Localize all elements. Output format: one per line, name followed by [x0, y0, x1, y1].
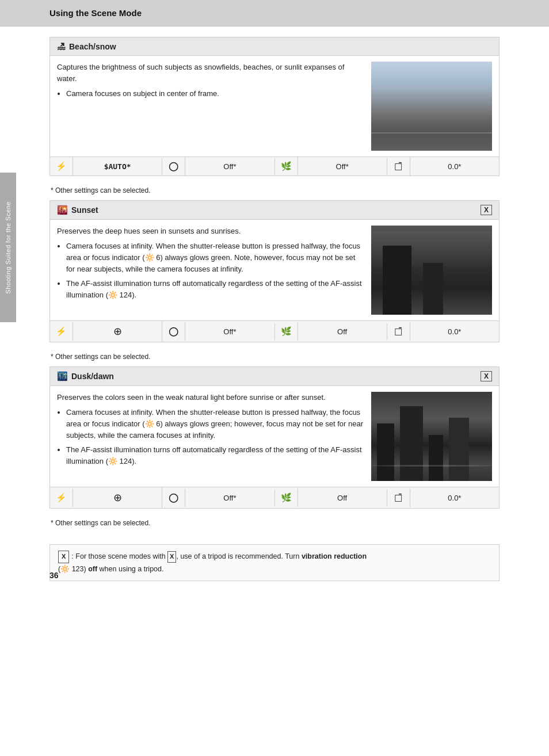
settings-bar-dusk: ⚡ ⊕ ◯ Off* 🌿 Off □̄ 0.0*: [50, 487, 499, 508]
timer-val-sunset: Off*: [185, 323, 274, 340]
section-dusk-dawn: 🌃 Dusk/dawn X Preserves the colors seen …: [49, 366, 500, 509]
page-header: Using the Scene Mode: [0, 0, 549, 26]
sunset-tripod-icon: X: [481, 205, 492, 215]
exposure-val-beach: 0.0*: [410, 158, 499, 175]
settings-bar-beach: ⚡ $AUTO* ◯ Off* 🌿 Off* □̄ 0.0*: [50, 156, 499, 175]
macro-icon-beach: 🌿: [275, 157, 298, 175]
scene-header-beach: 🏖 Beach/snow: [50, 37, 499, 56]
dusk-bullet-2: The AF-assist illumination turns off aut…: [66, 444, 364, 467]
dusk-image: [371, 392, 492, 481]
section-sunset: 🌇 Sunset X Preserves the deep hues seen …: [49, 200, 500, 342]
dusk-tripod-icon: X: [481, 371, 492, 381]
scene-text-beach: Captures the brightness of such subjects…: [57, 62, 364, 151]
page-title: Using the Scene Mode: [49, 8, 142, 18]
scene-body-dusk: Preserves the colors seen in the weak na…: [50, 386, 499, 487]
flash-icon-beach: ⚡: [50, 157, 73, 175]
sunset-note: * Other settings can be selected.: [49, 353, 500, 361]
beach-icon: 🏖: [57, 41, 66, 51]
dusk-icon: 🌃: [57, 371, 68, 381]
scene-body-sunset: Preserves the deep hues seen in sunsets …: [50, 220, 499, 320]
dusk-note: * Other settings can be selected.: [49, 519, 500, 527]
macro-icon-sunset: 🌿: [275, 322, 298, 341]
flash-icon-dusk: ⚡: [50, 488, 73, 507]
flash-icon-sunset: ⚡: [50, 322, 73, 341]
exposure-val-sunset: 0.0*: [410, 323, 499, 340]
dusk-bullet-1: Camera focuses at infinity. When the shu…: [66, 407, 364, 441]
sunset-description: Preserves the deep hues seen in sunsets …: [57, 226, 364, 237]
sunset-bullets: Camera focuses at infinity. When the shu…: [57, 240, 364, 301]
beach-title: Beach/snow: [69, 42, 116, 51]
footer-text-prefix: : For those scene modes with: [71, 552, 167, 560]
macro-val-dusk: Off: [298, 490, 387, 506]
exposure-val-dusk: 0.0*: [410, 490, 499, 506]
macro-val-sunset: Off: [298, 323, 387, 340]
timer-icon-sunset: ◯: [162, 322, 185, 341]
timer-icon-beach: ◯: [162, 157, 185, 175]
scene-header-left-dusk: 🌃 Dusk/dawn: [57, 371, 114, 381]
settings-bar-sunset: ⚡ ⊕ ◯ Off* 🌿 Off □̄ 0.0*: [50, 320, 499, 342]
flash-val-dusk: ⊕: [73, 487, 162, 508]
exposure-icon-dusk: □̄: [387, 488, 410, 507]
beach-image: [371, 62, 492, 151]
scene-header-sunset: 🌇 Sunset X: [50, 201, 499, 220]
beach-bullet-1: Camera focuses on subject in center of f…: [66, 88, 364, 100]
footer-note: X: For those scene modes with X, use of …: [49, 544, 500, 581]
flash-val-beach: $AUTO*: [73, 158, 162, 175]
timer-val-dusk: Off*: [185, 490, 274, 506]
flash-val-sunset: ⊕: [73, 321, 162, 342]
macro-icon-dusk: 🌿: [275, 488, 298, 507]
scene-text-dusk: Preserves the colors seen in the weak na…: [57, 392, 364, 481]
beach-description: Captures the brightness of such subjects…: [57, 62, 364, 85]
footer-icon: X: [58, 551, 69, 563]
timer-icon-dusk: ◯: [162, 488, 185, 507]
exposure-icon-sunset: □̄: [387, 322, 410, 341]
sunset-title: Sunset: [71, 205, 98, 215]
footer-icon-inline: X: [167, 551, 176, 563]
macro-val-beach: Off*: [298, 158, 387, 175]
scene-header-left-beach: 🏖 Beach/snow: [57, 41, 116, 51]
section-beach-snow: 🏖 Beach/snow Captures the brightness of …: [49, 37, 500, 176]
dusk-description: Preserves the colors seen in the weak na…: [57, 392, 364, 403]
main-content: 🏖 Beach/snow Captures the brightness of …: [0, 26, 549, 591]
beach-note: * Other settings can be selected.: [49, 186, 500, 194]
exposure-icon-beach: □̄: [387, 157, 410, 175]
scene-header-left-sunset: 🌇 Sunset: [57, 205, 98, 215]
scene-text-sunset: Preserves the deep hues seen in sunsets …: [57, 226, 364, 315]
beach-bullets: Camera focuses on subject in center of f…: [57, 88, 364, 100]
sunset-bullet-2: The AF-assist illumination turns off aut…: [66, 278, 364, 301]
sunset-bullet-1: Camera focuses at infinity. When the shu…: [66, 240, 364, 275]
sunset-image: [371, 226, 492, 315]
dusk-title: Dusk/dawn: [71, 372, 114, 381]
page-number: 36: [49, 571, 59, 580]
scene-body-beach: Captures the brightness of such subjects…: [50, 56, 499, 156]
scene-header-dusk: 🌃 Dusk/dawn X: [50, 367, 499, 386]
timer-val-beach: Off*: [185, 158, 274, 175]
sunset-icon: 🌇: [57, 205, 68, 215]
dusk-bullets: Camera focuses at infinity. When the shu…: [57, 407, 364, 467]
